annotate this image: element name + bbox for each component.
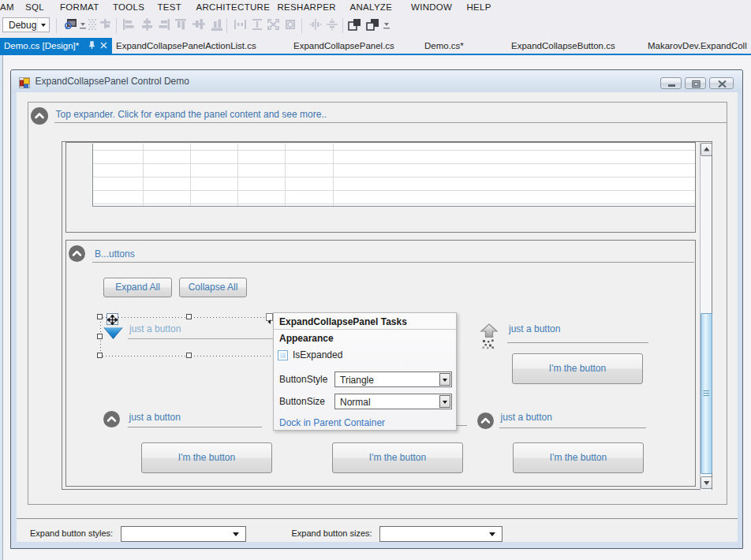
scroll-up-button[interactable] (701, 143, 713, 156)
right-panel-header-line (507, 342, 648, 343)
designed-form-window: ExpandCollapsePanel Control Demo Top exp… (10, 69, 743, 549)
bottom-left-panel-button[interactable]: I'm the button (141, 442, 272, 473)
bottom-right-panel-button[interactable]: I'm the button (513, 442, 644, 473)
collapse-all-button[interactable]: Collapse All (179, 278, 247, 297)
pin-icon[interactable] (88, 41, 95, 50)
form-icon (19, 77, 31, 89)
menu-item-window[interactable]: WINDOW (411, 2, 452, 12)
menu-item-tools[interactable]: TOOLS (113, 2, 144, 12)
top-expander-header-line (54, 122, 727, 123)
tab-demo-cs[interactable]: Demo.cs* (424, 41, 464, 50)
bottom-left-collapse-icon[interactable] (103, 411, 120, 427)
form-client-area: Top expander. Click for expand the panel… (17, 92, 738, 542)
menu-item-resharper[interactable]: RESHARPER (278, 2, 336, 12)
dock-in-parent-link[interactable]: Dock in Parent Container (279, 417, 385, 428)
selection-handle-top-left[interactable] (97, 314, 103, 319)
scroll-thumb[interactable] (701, 313, 712, 474)
menu-item-sql[interactable]: SQL (25, 2, 44, 12)
expand-button-styles-combo[interactable] (121, 526, 246, 542)
bottom-right-collapse-icon[interactable] (477, 413, 494, 429)
toolbar-separator (301, 18, 302, 33)
bring-to-front-icon[interactable] (348, 18, 361, 31)
isexpanded-label[interactable]: IsExpanded (293, 349, 342, 360)
menu-item-test[interactable]: TEST (158, 2, 182, 12)
toolbar-overflow-icon[interactable] (383, 22, 391, 30)
bottom-left-header-line (128, 427, 262, 427)
toolbar-separator (342, 18, 343, 33)
buttons-panel-header-text[interactable]: B...uttons (95, 248, 135, 259)
buttonstyle-combo[interactable]: Triangle (334, 371, 452, 387)
tab-makarovdev[interactable]: MakarovDev.ExpandColl (648, 41, 747, 50)
tab-demo-cs-design[interactable]: Demo.cs [Design]* (0, 38, 112, 54)
form-title: ExpandCollapsePanel Control Demo (35, 76, 189, 87)
selection-border-top (103, 317, 266, 318)
maximize-button[interactable] (685, 77, 706, 89)
buttonsize-combo[interactable]: Normal (334, 394, 452, 409)
grid-panel (65, 142, 697, 233)
send-to-back-icon[interactable] (366, 18, 379, 31)
vertical-spacing-icon (326, 18, 338, 31)
classic-arrow-expand-button[interactable] (480, 323, 499, 338)
align-bottoms-icon (211, 18, 223, 31)
align-middles-icon (192, 18, 205, 31)
expand-all-button[interactable]: Expand All (103, 278, 172, 297)
triangle-expand-button[interactable] (103, 326, 123, 340)
bottom-right-panel-label[interactable]: just a button (501, 412, 552, 423)
selection-handle-bottom-left[interactable] (97, 353, 103, 358)
container-vscrollbar[interactable] (700, 142, 712, 491)
align-to-grid-icon (99, 18, 111, 31)
toolbar-separator (56, 18, 57, 33)
align-centers-icon (141, 18, 153, 31)
debug-configuration-combo[interactable]: Debug (2, 17, 50, 32)
form-titlebar: ExpandCollapsePanel Control Demo (11, 70, 742, 92)
expand-button-sizes-combo[interactable] (379, 526, 503, 542)
smart-tag-popup: ExpandCollapsePanel Tasks Appearance IsE… (273, 312, 457, 431)
top-expander-header-text[interactable]: Top expander. Click for expand the panel… (56, 109, 327, 120)
toolbar-separator (226, 18, 227, 33)
horizontal-spacing-icon (309, 18, 322, 31)
expand-button-sizes-label: Expand button sizes: (292, 528, 372, 538)
selection-handle-top-center[interactable] (186, 314, 192, 319)
right-panel-label[interactable]: just a button (509, 323, 560, 334)
toolbar-separator (116, 18, 117, 33)
make-same-height-icon (251, 18, 263, 31)
hidden-panel-line-fragment (457, 425, 467, 426)
dots-artifact-icon (482, 339, 495, 349)
tab-label: Demo.cs [Design]* (4, 41, 79, 50)
move-handle-glyph[interactable] (106, 313, 118, 325)
right-panel-button[interactable]: I'm the button (512, 353, 643, 384)
preview-dialog-icon[interactable] (64, 18, 77, 31)
selected-panel-label[interactable]: just a button (129, 323, 181, 334)
selection-handle-middle-left[interactable] (97, 334, 103, 339)
chevron-down-icon[interactable] (439, 373, 450, 386)
menu-item-help[interactable]: HELP (467, 2, 491, 12)
make-same-size-icon (267, 18, 280, 31)
top-expander-collapse-icon[interactable] (31, 107, 48, 125)
selection-handle-bottom-center[interactable] (186, 353, 192, 358)
close-icon[interactable] (100, 42, 107, 49)
datagrid[interactable] (92, 144, 695, 207)
size-to-grid-icon (284, 18, 297, 31)
selected-panel-header-line (128, 338, 273, 339)
close-button[interactable] (709, 77, 734, 89)
bottom-left-panel-label[interactable]: just a button (129, 412, 181, 423)
buttons-panel-collapse-icon[interactable] (69, 245, 85, 262)
menu-item-format[interactable]: FORMAT (60, 2, 99, 12)
chevron-down-icon[interactable] (37, 18, 49, 32)
minimize-button[interactable] (660, 77, 682, 89)
scroll-down-button[interactable] (701, 476, 713, 489)
menu-item-architecture[interactable]: ARCHITECTURE (196, 2, 271, 12)
menu-item-team[interactable]: AM (0, 2, 14, 12)
isexpanded-checkbox[interactable] (278, 350, 288, 360)
buttonstyle-label: ButtonStyle (279, 374, 327, 385)
buttonsize-value: Normal (340, 397, 371, 408)
tab-expandcollapsebutton[interactable]: ExpandCollapseButton.cs (511, 41, 615, 50)
align-lefts-icon (122, 18, 134, 31)
toolbar: Debug (0, 14, 751, 37)
bottom-middle-panel-button[interactable]: I'm the button (332, 442, 463, 473)
tab-expandcollapsepanel[interactable]: ExpandCollapsePanel.cs (293, 41, 394, 50)
chevron-down-icon[interactable] (439, 395, 450, 408)
tab-expandcollapsepanelactionlist[interactable]: ExpandCollapsePanelActionList.cs (116, 41, 256, 50)
menu-item-analyze[interactable]: ANALYZE (350, 2, 393, 12)
toolbar-dropdown-icon[interactable] (79, 22, 88, 30)
